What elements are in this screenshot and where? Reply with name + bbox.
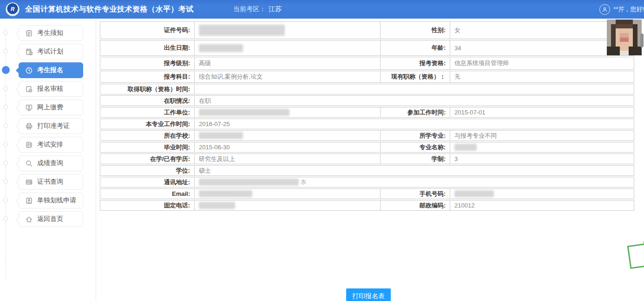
sidebar-item-label: 网上缴费	[37, 103, 63, 112]
sidebar-item-candidate-registration[interactable]: 考生报名	[19, 62, 83, 78]
sidebar-item-label: 打印准考证	[37, 122, 70, 130]
field-label: 学位:	[100, 166, 195, 175]
sidebar-row-registration-review: 报名审核	[0, 81, 96, 97]
timeline-dot	[3, 198, 8, 202]
field-label: 通讯地址:	[100, 177, 195, 187]
sidebar-item-exam-plan[interactable]: 考试计划	[19, 44, 83, 60]
plan-icon	[25, 48, 33, 56]
field-value: 综合知识,案例分析,论文	[195, 71, 381, 82]
stamp-crown-icon	[631, 222, 644, 237]
sidebar-row-exam-plan: 考试计划	[0, 44, 96, 60]
sidebar-item-label: 返回首页	[37, 215, 63, 223]
field-value: 研究生及以上	[195, 154, 381, 164]
field-label: 取得职称（资格）时间:	[100, 84, 195, 94]
sidebar-item-registration-review[interactable]: 报名审核	[19, 81, 83, 97]
timeline-dot	[3, 123, 8, 128]
sidebar-item-label: 单独划线申请	[37, 196, 76, 205]
field-value	[195, 131, 381, 140]
timeline-dot-active	[2, 66, 10, 74]
score-icon	[25, 160, 33, 167]
redacted-value	[199, 179, 299, 186]
print-icon	[25, 122, 33, 130]
sidebar-item-label: 考试安排	[37, 140, 63, 149]
field-label: 参加工作时间:	[381, 107, 450, 117]
sidebar-row-score-inquiry: 成绩查询	[0, 155, 96, 171]
sidebar-item-label: 证书查询	[37, 178, 63, 186]
user-menu[interactable]: **芹，您好!	[599, 4, 644, 15]
sidebar-row-certificate-inquiry: 证书查询	[0, 174, 96, 190]
field-label: 性别:	[381, 22, 450, 39]
sidebar-item-label: 考试计划	[37, 47, 63, 56]
form-row: 取得职称（资格）时间:	[100, 84, 634, 94]
field-label: 在职情况:	[100, 96, 195, 106]
field-value: 无	[450, 71, 634, 82]
form-row: 固定电话:邮政编码:210012	[100, 200, 634, 211]
field-label: 邮政编码:	[381, 201, 450, 210]
field-label: 专业名称:	[381, 142, 450, 152]
redacted-value	[199, 202, 235, 209]
sidebar-row-exam-schedule: 考试安排	[0, 137, 96, 153]
sidebar-item-certificate-inquiry[interactable]: 证书查询	[19, 174, 83, 190]
field-value: 女	[450, 22, 634, 39]
redacted-value	[199, 190, 252, 197]
field-value: 2016-07-25	[195, 119, 634, 129]
form-row: 毕业时间:2015-06-30专业名称:	[100, 142, 634, 153]
field-value: 2015-07-01	[450, 107, 634, 117]
app-header: R 全国计算机技术与软件专业技术资格（水平）考试 当前考区：江苏 **芹，您好!	[0, 0, 644, 19]
sidebar-item-candidate-notice[interactable]: 考生须知	[19, 25, 83, 41]
sidebar-item-exam-schedule[interactable]: 考试安排	[19, 137, 83, 153]
field-value	[195, 22, 381, 39]
field-label: 所在学校:	[100, 131, 195, 140]
field-label: 报考科目:	[100, 71, 195, 82]
scrollbar-thumb[interactable]	[640, 33, 644, 47]
field-value: 210012	[450, 201, 634, 210]
field-label: Email:	[100, 189, 195, 199]
form-row: 工作单位:参加工作时间:2015-07-01	[100, 107, 634, 118]
redacted-value	[454, 144, 477, 151]
timeline-dot	[3, 49, 8, 54]
sidebar-row-online-payment: 网上缴费	[0, 100, 96, 115]
field-value	[450, 142, 634, 152]
sidebar-item-label: 考生报名	[37, 66, 63, 74]
field-value	[195, 40, 381, 55]
redacted-value	[199, 44, 243, 52]
registration-success-stamp: 报名成功	[630, 207, 644, 301]
timeline-dot	[3, 86, 8, 91]
form-row: 报考科目:综合知识,案例分析,论文现有职称（资格）：无	[100, 71, 634, 83]
value-suffix: 东	[301, 178, 306, 186]
user-avatar-icon	[599, 4, 610, 15]
certificate-icon	[25, 178, 33, 186]
field-value: 2015-06-30	[195, 142, 381, 152]
field-value	[195, 84, 634, 94]
field-label: 现有职称（资格）：	[381, 71, 450, 82]
sidebar-item-label: 考生须知	[37, 29, 63, 37]
sidebar-item-print-admission-ticket[interactable]: 打印准考证	[19, 118, 83, 134]
sidebar-item-online-payment[interactable]: 网上缴费	[19, 100, 83, 115]
sidebar-item-back-home[interactable]: 返回首页	[19, 211, 83, 227]
sidebar-item-separate-line-application[interactable]: 单独划线申请	[19, 193, 83, 208]
field-label: 工作单位:	[100, 107, 195, 117]
timeline-dot	[3, 216, 8, 221]
form-row: 通讯地址:东	[100, 177, 634, 187]
sidebar-row-candidate-notice: 考生须知	[0, 25, 96, 41]
redacted-value	[454, 190, 494, 197]
field-value: 硕士	[195, 166, 634, 175]
field-value: 34	[450, 40, 634, 55]
schedule-icon	[25, 141, 33, 149]
field-label: 证件号码:	[100, 22, 195, 39]
applicant-photo	[607, 20, 642, 55]
sidebar-item-label: 成绩查询	[37, 159, 63, 167]
form-row: 出生日期:年龄:34	[100, 40, 634, 56]
registration-form-table: 证件号码:性别:女出生日期:年龄:34报考级别:高级报考资格:信息系统项目管理师…	[100, 21, 634, 212]
region-value[interactable]: 江苏	[269, 5, 282, 13]
print-registration-form-button[interactable]: 打印报名表	[346, 288, 391, 301]
sidebar-item-score-inquiry[interactable]: 成绩查询	[19, 155, 83, 171]
form-row: Email:手机号码:	[100, 188, 634, 199]
field-value: 与报考专业不同	[450, 131, 634, 140]
redacted-value	[199, 25, 285, 36]
form-row: 在学/已有学历:研究生及以上学制:3	[100, 154, 634, 164]
home-icon	[25, 215, 33, 223]
field-value: 信息系统项目管理师	[450, 57, 634, 69]
field-label: 在学/已有学历:	[100, 154, 195, 164]
field-value: 东	[195, 177, 634, 187]
